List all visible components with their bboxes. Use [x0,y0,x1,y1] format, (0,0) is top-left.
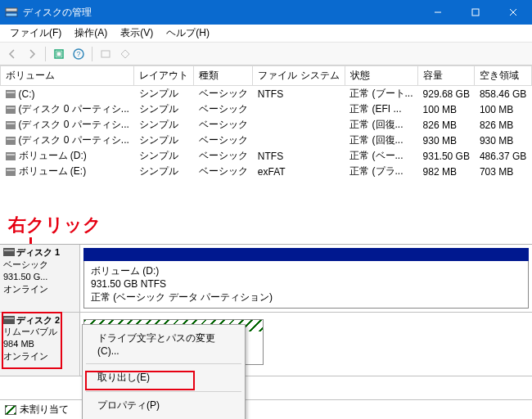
menu-file[interactable]: ファイル(F) [3,25,68,42]
vol-free: 858.46 GB [475,86,531,102]
table-row[interactable]: ボリューム (D:)シンプルベーシックNTFS正常 (ベー...931.50 G… [1,148,533,164]
vol-free: 703 MB [475,164,531,179]
vol-layout: シンプル [134,164,194,179]
volume-icon [6,137,16,145]
maximize-button[interactable] [457,0,494,25]
legend: 未割り当て [0,399,532,419]
disk-icon [3,248,15,256]
volume-table: ボリューム レイアウト 種類 ファイル システム 状態 容量 空き領域 空き領域… [0,65,532,179]
vol-name: (C:) [19,88,35,100]
vol-cap: 982 MB [418,164,475,179]
disk2-state: オンライン [3,350,76,363]
vol-type: ベーシック [194,148,253,164]
vol-type: ベーシック [194,86,253,102]
svg-rect-3 [472,9,479,16]
vol-layout: シンプル [134,86,194,102]
vol-free: 930 MB [475,133,531,148]
vol-type: ベーシック [194,117,253,133]
col-type[interactable]: 種類 [194,66,253,86]
svg-rect-0 [6,8,17,11]
vol-fs: exFAT [253,164,345,179]
action-button[interactable] [116,45,134,63]
vol-cap: 826 MB [418,117,475,133]
svg-text:?: ? [76,50,80,58]
ctx-eject[interactable]: 取り出し(E) [83,366,245,390]
vol-free: 826 MB [475,117,531,133]
disk2-size: 984 MB [3,338,76,350]
volume-icon [6,106,16,114]
disk1-state: オンライン [3,283,76,295]
disk2-kind: リムーバブル [3,326,76,338]
vol-status: 正常 (ベー... [345,148,417,164]
vol-status: 正常 (ブート... [345,86,417,102]
disk1-name: ディスク 1 [16,246,60,259]
unallocated-swatch-icon [5,405,16,415]
vol-fs: NTFS [253,86,345,102]
volume-icon [6,90,16,98]
disk2-row: ディスク 2 リムーバブル 984 MB オンライン [0,313,532,376]
refresh-button[interactable] [50,45,68,63]
ctx-properties[interactable]: プロパティ(P) [83,394,245,417]
vol-status: 正常 (回復... [345,117,417,133]
vol-free: 486.37 GB [475,148,531,164]
ctx-separator [86,391,241,392]
col-layout[interactable]: レイアウト [134,66,194,86]
table-row[interactable]: (ディスク 0 パーティシ...シンプルベーシック正常 (EFI ...100 … [1,101,533,117]
settings-button[interactable] [97,45,115,63]
menu-view[interactable]: 表示(V) [114,25,160,42]
menu-help[interactable]: ヘルプ(H) [160,25,216,42]
legend-unallocated: 未割り当て [20,403,69,417]
vol-status: 正常 (EFI ... [345,101,417,117]
vol-name: ボリューム (E:) [19,164,87,178]
vol-fs [253,117,345,133]
minimize-button[interactable] [419,0,457,25]
back-button[interactable] [3,45,21,63]
menu-action[interactable]: 操作(A) [68,25,114,42]
svg-rect-7 [56,52,61,56]
vol-status: 正常 (回復... [345,133,417,148]
vol-name: (ディスク 0 パーティシ... [19,102,129,116]
vol-name: (ディスク 0 パーティシ... [19,133,129,147]
table-row[interactable]: (ディスク 0 パーティシ...シンプルベーシック正常 (回復...826 MB… [1,117,533,133]
menubar: ファイル(F) 操作(A) 表示(V) ヘルプ(H) [0,25,532,43]
vol-layout: シンプル [134,117,194,133]
disk1-row: ディスク 1 ベーシック 931.50 G... オンライン ボリューム (D:… [0,245,532,313]
col-fs[interactable]: ファイル システム [253,66,345,86]
table-header-row: ボリューム レイアウト 種類 ファイル システム 状態 容量 空き領域 空き領域… [1,66,533,86]
forward-button[interactable] [23,45,41,63]
disk1-partition[interactable]: ボリューム (D:) 931.50 GB NTFS 正常 (ベーシック データ … [83,261,529,309]
table-row[interactable]: (C:)シンプルベーシックNTFS正常 (ブート...929.68 GB858.… [1,86,533,102]
disk1-size: 931.50 G... [3,271,76,283]
disk1-header[interactable]: ディスク 1 ベーシック 931.50 G... オンライン [0,245,80,312]
disk1-kind: ベーシック [3,259,76,271]
disk2-header[interactable]: ディスク 2 リムーバブル 984 MB オンライン [0,313,80,376]
vol-fs: NTFS [253,148,345,164]
col-free[interactable]: 空き領域 [475,66,531,86]
col-capacity[interactable]: 容量 [418,66,475,86]
toolbar: ? [0,43,532,65]
window-title: ディスクの管理 [23,6,92,20]
disk-management-icon [5,6,18,19]
vol-fs [253,101,345,117]
vol-status: 正常 (プラ... [345,164,417,179]
disk1-part-title: ボリューム (D:) [91,264,521,277]
disk-icon [3,316,15,324]
ctx-change-drive-letter[interactable]: ドライブ文字とパスの変更(C)... [83,327,245,362]
volume-icon [6,152,16,160]
vol-layout: シンプル [134,101,194,117]
context-menu: ドライブ文字とパスの変更(C)... 取り出し(E) プロパティ(P) ヘルプ(… [82,324,246,419]
col-volume[interactable]: ボリューム [1,66,134,86]
table-row[interactable]: (ディスク 0 パーティシ...シンプルベーシック正常 (回復...930 MB… [1,133,533,148]
disk1-part-line3: 正常 (ベーシック データ パーティション) [91,291,521,304]
table-row[interactable]: ボリューム (E:)シンプルベーシックexFAT正常 (プラ...982 MB7… [1,164,533,179]
help-button[interactable]: ? [70,45,88,63]
close-button[interactable] [494,0,532,25]
disk2-name: ディスク 2 [16,314,60,327]
disk1-partition-header [83,248,529,261]
volume-icon [6,168,16,176]
vol-free: 100 MB [475,101,531,117]
annotation-label: 右クリック [8,214,101,235]
vol-cap: 100 MB [418,101,475,117]
vol-cap: 930 MB [418,133,475,148]
col-status[interactable]: 状態 [345,66,417,86]
